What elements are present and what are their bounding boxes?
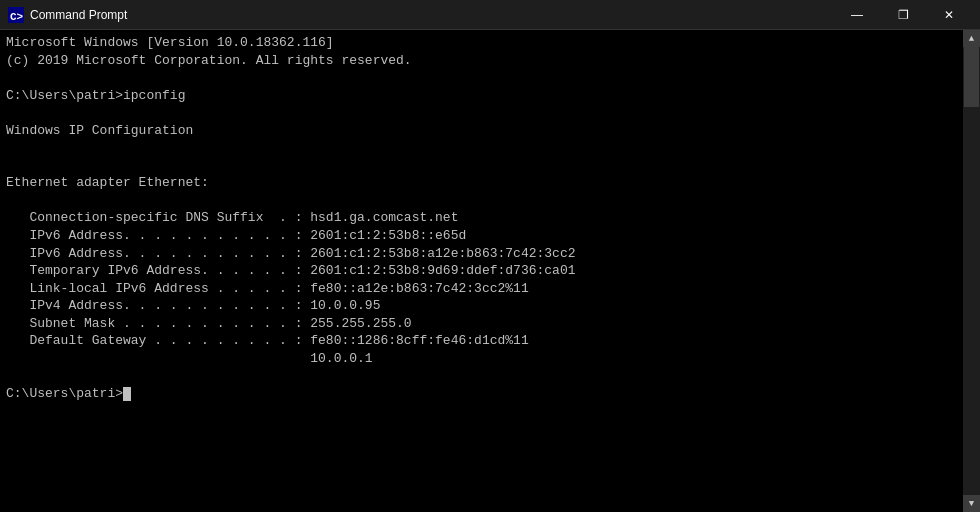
terminal-output: Microsoft Windows [Version 10.0.18362.11… [6, 34, 974, 402]
scroll-down-arrow[interactable]: ▼ [963, 495, 980, 512]
scrollbar-thumb[interactable] [964, 47, 979, 107]
window-title: Command Prompt [30, 8, 127, 22]
terminal-window: Microsoft Windows [Version 10.0.18362.11… [0, 30, 980, 512]
minimize-button[interactable]: — [834, 0, 880, 30]
window-controls: — ❐ ✕ [834, 0, 972, 30]
cmd-icon: C> [8, 7, 24, 23]
scrollbar-track [963, 47, 980, 495]
svg-text:C>: C> [10, 11, 24, 23]
maximize-button[interactable]: ❐ [880, 0, 926, 30]
titlebar: C> Command Prompt — ❐ ✕ [0, 0, 980, 30]
terminal-cursor [123, 387, 131, 401]
titlebar-left: C> Command Prompt [8, 7, 127, 23]
close-button[interactable]: ✕ [926, 0, 972, 30]
scrollbar[interactable]: ▲ ▼ [963, 30, 980, 512]
scroll-up-arrow[interactable]: ▲ [963, 30, 980, 47]
